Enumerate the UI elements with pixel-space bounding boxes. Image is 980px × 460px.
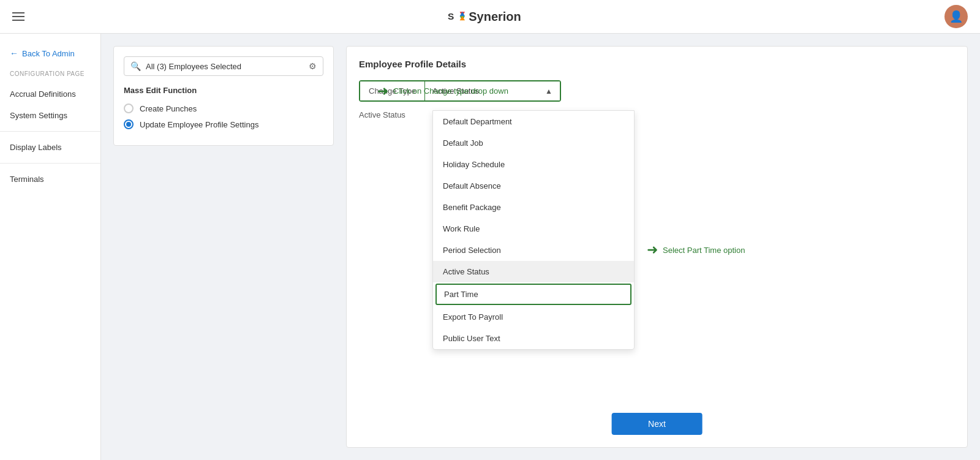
logo-text: Synerion <box>469 10 521 24</box>
hamburger-menu[interactable] <box>12 12 24 21</box>
dropdown-item-benefit-package[interactable]: Benefit Package <box>433 197 634 218</box>
search-bar[interactable]: 🔍 All (3) Employees Selected ⚙ <box>124 56 323 76</box>
dropdown-item-active-status[interactable]: Active Status <box>433 261 634 282</box>
dropdown-item-work-rule[interactable]: Work Rule <box>433 218 634 239</box>
dropdown-area: Active Status Default Department Default… <box>359 110 955 350</box>
annotation-arrow-1: ➜ <box>377 83 388 99</box>
radio-label-create-punches: Create Punches <box>140 104 197 113</box>
annotation-part-time: ➜ Select Part Time option <box>647 242 745 258</box>
next-button[interactable]: Next <box>611 413 703 435</box>
next-button-container: Next <box>611 413 703 435</box>
dropdown-item-default-department[interactable]: Default Department <box>433 111 634 132</box>
sidebar-item-terminals-label: Terminals <box>10 175 44 184</box>
sidebar-item-terminals[interactable]: Terminals <box>0 168 100 190</box>
dropdown-item-public-user-text[interactable]: Public User Text <box>433 328 634 349</box>
panel-title: Employee Profile Details <box>359 59 955 69</box>
change-type-row: Change Type Active Status ▲ ➜ Click on C… <box>359 80 955 102</box>
sidebar: ← Back To Admin CONFIGURATION PAGE Accru… <box>0 34 101 460</box>
user-avatar[interactable]: 👤 <box>944 5 968 28</box>
employee-search-value: All (3) Employees Selected <box>146 62 304 71</box>
filter-icon[interactable]: ⚙ <box>309 61 317 71</box>
dropdown-item-export-to-payroll[interactable]: Export To Payroll <box>433 306 634 328</box>
change-type-dropdown-menu: Default Department Default Job Holiday S… <box>432 110 635 350</box>
radio-create-punches[interactable]: Create Punches <box>124 104 323 113</box>
radio-update-profile[interactable]: Update Employee Profile Settings <box>124 119 323 129</box>
app-logo: S Synerion <box>448 10 521 24</box>
dropdown-item-period-selection[interactable]: Period Selection <box>433 239 634 261</box>
svg-text:S: S <box>448 11 454 21</box>
back-arrow-icon: ← <box>10 48 18 58</box>
top-navigation: S Synerion 👤 <box>0 0 980 34</box>
dropdown-item-default-job[interactable]: Default Job <box>433 132 634 154</box>
config-section-label: CONFIGURATION PAGE <box>0 68 100 83</box>
right-panel: Employee Profile Details Change Type Act… <box>346 46 968 448</box>
dropdown-item-default-absence[interactable]: Default Absence <box>433 175 634 197</box>
dropdown-item-part-time[interactable]: Part Time <box>435 284 631 305</box>
sidebar-item-accrual[interactable]: Accrual Definitions <box>0 83 100 105</box>
chevron-up-icon: ▲ <box>545 87 552 96</box>
sidebar-item-display-labels-label: Display Labels <box>10 143 62 152</box>
back-link-label: Back To Admin <box>22 49 75 58</box>
annotation-text-1: Click on Change type drop down <box>393 86 508 96</box>
radio-circle-create-punches <box>124 104 134 113</box>
logo-icon: S <box>448 10 465 23</box>
radio-label-update-profile: Update Employee Profile Settings <box>140 120 258 129</box>
back-to-admin-link[interactable]: ← Back To Admin <box>0 43 100 63</box>
dropdown-item-holiday-schedule[interactable]: Holiday Schedule <box>433 154 634 175</box>
main-content: 🔍 All (3) Employees Selected ⚙ Mass Edit… <box>101 34 980 460</box>
annotation-change-type: ➜ Click on Change type drop down <box>377 83 508 99</box>
sidebar-item-system-settings[interactable]: System Settings <box>0 105 100 126</box>
main-layout: ← Back To Admin CONFIGURATION PAGE Accru… <box>0 34 980 460</box>
sidebar-divider-2 <box>0 163 100 164</box>
sidebar-item-display-labels[interactable]: Display Labels <box>0 137 100 158</box>
active-status-label: Active Status <box>359 110 405 119</box>
sidebar-item-accrual-label: Accrual Definitions <box>10 89 76 99</box>
mass-edit-title: Mass Edit Function <box>124 86 323 95</box>
annotation-arrow-2: ➜ <box>647 242 658 258</box>
sidebar-item-system-settings-label: System Settings <box>10 111 67 120</box>
search-icon: 🔍 <box>130 61 141 71</box>
annotation-text-2: Select Part Time option <box>663 246 745 255</box>
active-status-label-spacer: Active Status <box>359 110 432 350</box>
radio-circle-update-profile <box>124 119 134 129</box>
sidebar-divider <box>0 131 100 132</box>
left-panel: 🔍 All (3) Employees Selected ⚙ Mass Edit… <box>113 46 334 146</box>
